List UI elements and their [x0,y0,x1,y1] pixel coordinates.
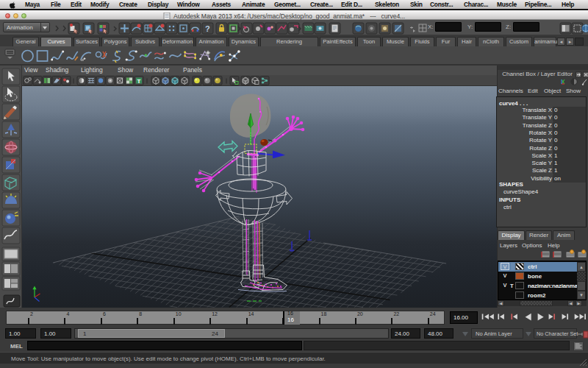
svg-text:?: ? [205,24,210,33]
svg-text:T: T [137,78,141,85]
